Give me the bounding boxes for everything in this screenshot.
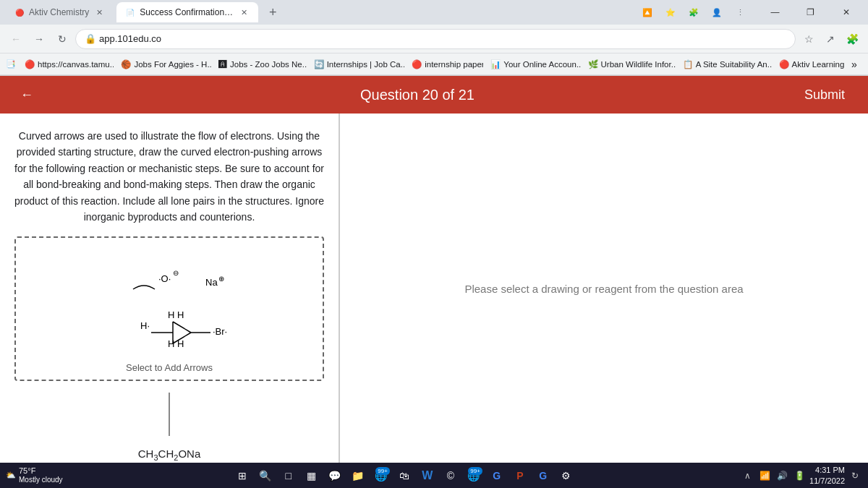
bookmark-canvas-label: https://canvas.tamu... — [38, 60, 114, 69]
app-container: ← Question 20 of 21 Submit Curved arrows… — [0, 76, 868, 463]
reload-nav-button[interactable]: ↻ — [52, 29, 72, 49]
bookmark-canvas[interactable]: 🔴 https://canvas.tamu... — [19, 57, 114, 72]
settings-button[interactable]: ⚙ — [556, 466, 576, 486]
extension-icon[interactable]: 🧩 — [842, 29, 862, 49]
address-bar: ← → ↻ 🔒 app.101edu.co ☆ ↗ 🧩 — [0, 25, 868, 53]
submit-button[interactable]: Submit — [796, 83, 854, 107]
explorer-button[interactable]: 📁 — [348, 466, 368, 486]
bookmark-online-account[interactable]: 📊 Your Online Accoun... — [485, 57, 580, 72]
question-counter: Question 20 of 21 — [39, 87, 796, 103]
chrome2-button[interactable]: 🌐 99+ — [464, 466, 484, 486]
chat-button[interactable]: 💬 — [325, 466, 345, 486]
bookmark-jobs-aggies-label: Jobs For Aggies - H... — [134, 60, 211, 69]
gchr2-icon: G — [539, 470, 547, 481]
search-icon: 🔍 — [259, 470, 271, 481]
browser-profile-icon[interactable]: 👤 — [707, 2, 727, 22]
browser-menu-icon[interactable]: ⋮ — [730, 2, 750, 22]
bookmark-jobs-aggies[interactable]: 🏀 Jobs For Aggies - H... — [115, 57, 211, 72]
svg-text:H  H: H H — [168, 338, 184, 349]
browser-star-icon[interactable]: ⭐ — [660, 2, 681, 22]
right-panel: Please select a drawing or reagent from … — [340, 114, 868, 463]
bookmark-more[interactable]: » — [846, 56, 862, 72]
url-bar[interactable]: 🔒 app.101edu.co — [75, 29, 796, 49]
word-button[interactable]: W — [417, 466, 438, 486]
svg-text:·O·: ·O· — [158, 273, 171, 284]
title-bar: 🔴 Aktiv Chemistry ✕ 📄 Success Confirmati… — [0, 0, 868, 25]
tab-aktiv-chemistry[interactable]: 🔴 Aktiv Chemistry ✕ — [6, 2, 114, 22]
window-minimize-button[interactable]: — — [759, 0, 791, 25]
taskbar: ⛅ 75°F Mostly cloudy ⊞ 🔍 □ ▦ 💬 📁 🌐 99+ — [0, 463, 868, 488]
molecular-structure[interactable]: ·O· ⊖ Na ⊕ H· H H ·Br· — [61, 249, 278, 351]
bookmark-aktiv-learning[interactable]: 🔴 Aktiv Learning — [773, 57, 844, 72]
tab-close-2[interactable]: ✕ — [238, 7, 250, 18]
vertical-divider — [169, 393, 170, 436]
svg-line-11 — [173, 322, 191, 333]
drawing-hint: Select to Add Arrows — [126, 362, 213, 373]
bookmarks-bar: 📑 🔴 https://canvas.tamu... 🏀 Jobs For Ag… — [0, 53, 868, 75]
edge-badge: 99+ — [375, 467, 390, 475]
bookmark-zoo-jobs[interactable]: 🅰 Jobs - Zoo Jobs Ne... — [213, 58, 307, 71]
back-nav-button[interactable]: ← — [6, 29, 26, 49]
bookmark-internship-paper[interactable]: 🔴 internship paper — [406, 57, 483, 72]
store-button[interactable]: 🛍 — [394, 466, 414, 486]
svg-text:·Br·: ·Br· — [213, 326, 227, 337]
bookmark-internship-paper-label: internship paper — [425, 60, 483, 69]
svg-text:H  H: H H — [168, 309, 184, 320]
window-close-button[interactable]: ✕ — [830, 0, 862, 25]
bookmark-suitability[interactable]: 📋 A Site Suitability An... — [677, 57, 772, 72]
system-clock[interactable]: 4:31 PM 11/7/2022 — [809, 465, 845, 486]
search-button[interactable]: 🔍 — [255, 466, 276, 486]
edge-button[interactable]: 🌐 99+ — [371, 466, 391, 486]
app-header: ← Question 20 of 21 Submit — [0, 76, 868, 114]
taskbar-left: ⛅ 75°F Mostly cloudy — [6, 466, 69, 484]
start-button[interactable]: ⊞ — [232, 466, 252, 486]
bookmark-internships[interactable]: 🔄 Internships | Job Ca... — [308, 57, 405, 72]
chrome-button[interactable]: © — [441, 466, 461, 486]
task-view-button[interactable]: □ — [278, 466, 299, 486]
tab-close-1[interactable]: ✕ — [93, 7, 105, 18]
formula-text: CH3CH2ONa — [138, 448, 200, 462]
window-restore-button[interactable]: ❐ — [794, 0, 827, 25]
question-text: Curved arrows are used to illustrate the… — [14, 128, 324, 225]
left-panel: Curved arrows are used to illustrate the… — [0, 114, 340, 463]
widgets-button[interactable]: ▦ — [302, 466, 322, 486]
tray-sync-icon[interactable]: ↻ — [848, 468, 862, 483]
browser-minimize-icon[interactable]: 🔼 — [637, 2, 658, 22]
bookmark-online-account-icon: 📊 — [490, 59, 501, 69]
weather-widget[interactable]: ⛅ 75°F Mostly cloudy — [6, 466, 63, 484]
google-button[interactable]: G — [487, 466, 507, 486]
start-icon: ⊞ — [238, 470, 247, 481]
bookmark-icon[interactable]: ☆ — [799, 29, 819, 49]
bookmark-urban-wildlife-label: Urban Wildlife Infor... — [601, 60, 676, 69]
tab-success-confirmation[interactable]: 📄 Success Confirmation of Questio ✕ — [116, 2, 258, 22]
drawing-area[interactable]: ·O· ⊖ Na ⊕ H· H H ·Br· — [14, 236, 324, 381]
powerpoint-icon: P — [516, 470, 523, 481]
tab-label-2: Success Confirmation of Questio — [140, 7, 234, 17]
browser-ext-icon[interactable]: 🧩 — [684, 2, 704, 22]
bookmark-zoo-jobs-icon: 🅰 — [218, 60, 227, 69]
address-bar-icons: ☆ ↗ 🧩 — [799, 29, 862, 49]
forward-nav-button[interactable]: → — [29, 29, 49, 49]
bookmark-urban-wildlife-icon: 🌿 — [588, 59, 598, 69]
tray-battery-icon[interactable]: 🔋 — [792, 468, 807, 483]
molecule-svg: ·O· ⊖ Na ⊕ H· H H ·Br· — [61, 249, 292, 358]
powerpoint-button[interactable]: P — [510, 466, 530, 486]
share-icon[interactable]: ↗ — [820, 29, 841, 49]
bookmark-canvas-icon: 🔴 — [25, 59, 35, 69]
tray-wifi-icon[interactable]: 📶 — [757, 468, 772, 483]
new-tab-icon: + — [269, 5, 277, 20]
bookmark-suitability-icon: 📋 — [683, 59, 693, 69]
bookmark-aktiv-learning-label: Aktiv Learning — [792, 60, 844, 69]
weather-icon: ⛅ — [6, 471, 16, 480]
new-tab-button[interactable]: + — [261, 2, 284, 22]
tray-chevron[interactable]: ∧ — [740, 468, 754, 483]
bookmark-urban-wildlife[interactable]: 🌿 Urban Wildlife Infor... — [582, 57, 676, 72]
content-area: Curved arrows are used to illustrate the… — [0, 114, 868, 463]
date-display: 11/7/2022 — [809, 476, 845, 486]
gchr2-button[interactable]: G — [533, 466, 553, 486]
bookmark-online-account-label: Your Online Accoun... — [503, 60, 580, 69]
tray-volume-icon[interactable]: 🔊 — [775, 468, 789, 483]
vertical-divider-container — [14, 393, 324, 436]
header-back-button[interactable]: ← — [14, 85, 39, 106]
google-icon: G — [493, 470, 501, 481]
